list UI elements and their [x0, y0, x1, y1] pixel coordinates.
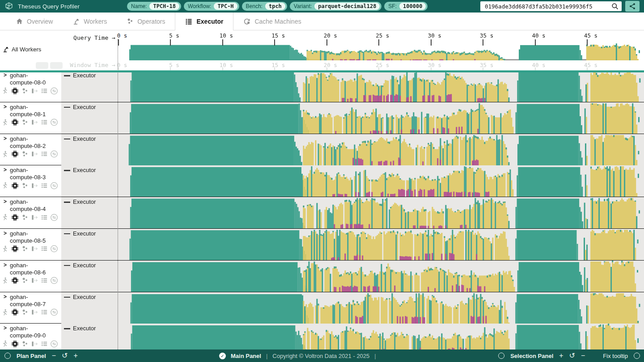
- runner-icon[interactable]: [1, 339, 9, 348]
- chip-icon[interactable]: [11, 276, 19, 285]
- runner-icon[interactable]: [1, 118, 9, 127]
- expand-chevron-icon[interactable]: >: [4, 104, 7, 110]
- rows-grid-icon[interactable]: [40, 86, 48, 95]
- all-workers-overview-chart[interactable]: [0, 43, 644, 60]
- bar-arrow-icon[interactable]: [30, 213, 38, 222]
- chip-icon[interactable]: [11, 213, 19, 222]
- executor-timeline-chart[interactable]: [0, 134, 644, 165]
- tab-overview[interactable]: Overview: [6, 13, 63, 30]
- ghost-chip: [50, 62, 63, 69]
- executor-timeline-chart[interactable]: [0, 165, 644, 197]
- chip-icon[interactable]: [11, 308, 19, 317]
- tick-mark: [118, 39, 119, 46]
- bar-arrow-icon[interactable]: [30, 308, 38, 317]
- tab-workers[interactable]: Workers: [63, 13, 117, 30]
- sync-circle-icon[interactable]: [50, 150, 58, 159]
- chip-icon[interactable]: [11, 181, 19, 190]
- rows-grid-icon[interactable]: [40, 181, 48, 190]
- bar-arrow-icon[interactable]: [30, 181, 38, 190]
- sync-circle-icon[interactable]: [50, 339, 58, 348]
- dots-icon[interactable]: [21, 276, 29, 285]
- runner-icon[interactable]: [1, 86, 9, 95]
- sync-circle-icon[interactable]: [50, 244, 58, 253]
- tab-operators[interactable]: Operators: [117, 13, 175, 30]
- runner-icon[interactable]: [1, 244, 9, 253]
- dots-icon[interactable]: [21, 150, 29, 159]
- tab-cache-machines[interactable]: Cache Machines: [233, 13, 311, 30]
- executor-timeline-chart[interactable]: [0, 102, 644, 134]
- expand-chevron-icon[interactable]: >: [4, 167, 7, 173]
- bar-arrow-icon[interactable]: [30, 244, 38, 253]
- plan-reset-button[interactable]: ↺: [62, 352, 68, 359]
- executor-timeline-chart[interactable]: [0, 197, 644, 228]
- query-id-input[interactable]: [480, 1, 622, 11]
- dots-icon[interactable]: [21, 118, 29, 127]
- share-button[interactable]: [625, 1, 640, 12]
- all-workers-label[interactable]: All Workers: [2, 46, 41, 53]
- dots-icon[interactable]: [21, 308, 29, 317]
- bar-arrow-icon[interactable]: [30, 150, 38, 159]
- runner-icon[interactable]: [1, 150, 9, 159]
- expand-chevron-icon[interactable]: >: [4, 198, 7, 205]
- sync-circle-icon[interactable]: [50, 213, 58, 222]
- executor-timeline-chart[interactable]: [0, 261, 644, 292]
- rows-grid-icon[interactable]: [40, 150, 48, 159]
- selection-zoom-out-button[interactable]: −: [581, 352, 585, 359]
- series-dash-icon: [64, 170, 70, 171]
- chip-icon[interactable]: [11, 118, 19, 127]
- runner-icon[interactable]: [1, 181, 9, 190]
- expand-chevron-icon[interactable]: >: [4, 325, 7, 331]
- dots-icon[interactable]: [21, 244, 29, 253]
- expand-chevron-icon[interactable]: >: [4, 262, 7, 268]
- rows-grid-icon[interactable]: [40, 244, 48, 253]
- sync-circle-icon[interactable]: [50, 276, 58, 285]
- bar-arrow-icon[interactable]: [30, 276, 38, 285]
- fix-tooltip-toggle[interactable]: [634, 353, 640, 359]
- expand-chevron-icon[interactable]: >: [4, 72, 7, 78]
- dots-icon[interactable]: [21, 213, 29, 222]
- dots-icon[interactable]: [21, 86, 29, 95]
- sync-circle-icon[interactable]: [50, 86, 58, 95]
- worker-view-icons: [1, 339, 58, 348]
- runner-icon[interactable]: [1, 276, 9, 285]
- selection-reset-button[interactable]: ↺: [569, 352, 575, 359]
- rows-grid-icon[interactable]: [40, 308, 48, 317]
- rows-grid-icon[interactable]: [40, 339, 48, 348]
- rows-grid-icon[interactable]: [40, 118, 48, 127]
- tick-mark: [483, 39, 483, 46]
- main-panel-check-icon[interactable]: ✓: [219, 353, 226, 359]
- tab-executor[interactable]: Executor: [175, 13, 233, 30]
- window-range-band[interactable]: [0, 70, 644, 72]
- chip-icon[interactable]: [11, 86, 19, 95]
- chip-icon[interactable]: [11, 150, 19, 159]
- rows-grid-icon[interactable]: [40, 276, 48, 285]
- sync-circle-icon[interactable]: [50, 181, 58, 190]
- bottom-bar: Plan Panel − ↺ + ✓ Main Panel | Copyrigh…: [0, 349, 644, 362]
- expand-chevron-icon[interactable]: >: [4, 294, 7, 300]
- rows-grid-icon[interactable]: [40, 213, 48, 222]
- bar-arrow-icon[interactable]: [30, 339, 38, 348]
- plan-zoom-out-button[interactable]: −: [52, 352, 56, 359]
- sync-circle-icon[interactable]: [50, 118, 58, 127]
- chip-icon[interactable]: [11, 244, 19, 253]
- ghost-tick-label: 25 s: [376, 62, 389, 68]
- runner-icon[interactable]: [1, 213, 9, 222]
- executor-timeline-chart[interactable]: [0, 292, 644, 324]
- chip-icon[interactable]: [11, 339, 19, 348]
- expand-chevron-icon[interactable]: >: [4, 135, 7, 142]
- bar-arrow-icon[interactable]: [30, 118, 38, 127]
- sync-circle-icon[interactable]: [50, 308, 58, 317]
- plan-zoom-in-button[interactable]: +: [74, 352, 78, 359]
- search-icon[interactable]: [611, 3, 619, 10]
- executor-timeline-chart[interactable]: [0, 324, 644, 349]
- selection-zoom-in-button[interactable]: +: [559, 352, 563, 359]
- dots-icon[interactable]: [21, 339, 29, 348]
- expand-chevron-icon[interactable]: >: [4, 230, 7, 236]
- executor-timeline-chart[interactable]: [0, 71, 644, 102]
- selection-panel-radio[interactable]: [498, 353, 504, 359]
- runner-icon[interactable]: [1, 308, 9, 317]
- executor-timeline-chart[interactable]: [0, 229, 644, 260]
- plan-panel-radio[interactable]: [4, 353, 11, 359]
- dots-icon[interactable]: [21, 181, 29, 190]
- bar-arrow-icon[interactable]: [30, 86, 38, 95]
